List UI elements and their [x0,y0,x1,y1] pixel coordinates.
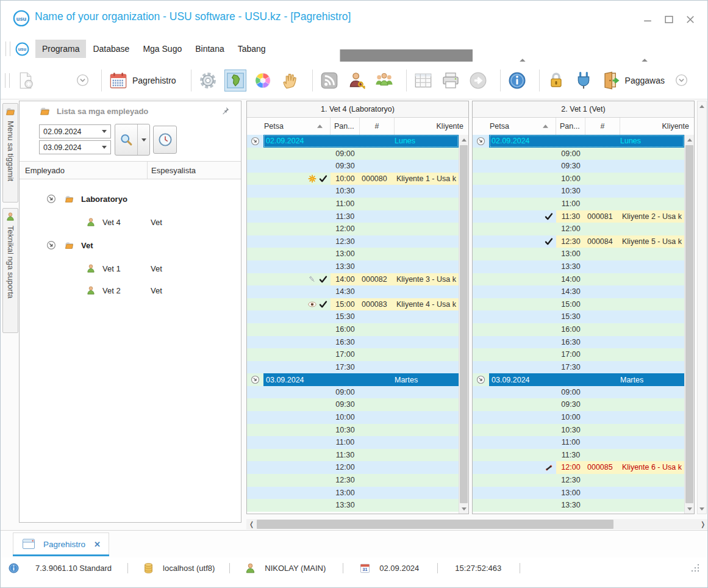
time-slot-row[interactable]: 13:30 [247,260,459,273]
tree-group-row[interactable]: Vet [20,233,241,257]
time-slot-row[interactable]: 17:00 [247,348,459,361]
time-slot-row[interactable]: 14:30 [247,285,459,298]
register-button[interactable]: Pagrehistro [107,70,180,91]
employees-button[interactable] [373,70,395,91]
sidebar-tab-menu-sa-tiggamit[interactable]: Menu sa tiggamit [2,103,18,203]
tab-close-icon[interactable]: ✕ [94,540,101,549]
employee-row[interactable]: Vet 1Vet [20,257,241,279]
time-slot-row[interactable]: 09:00 [473,148,684,160]
column-header-petsa[interactable]: Petsa [247,118,331,135]
user-icon[interactable] [245,562,256,574]
sidebar-tab-teknikal-nga-suporta[interactable]: Teknikal nga suporta [2,208,18,333]
time-slot-row[interactable]: 13:30 [247,499,459,512]
page-vertical-scrollbar[interactable] [697,101,707,514]
expand-circle-icon[interactable] [476,375,485,384]
time-slot-row[interactable]: 13:00 [473,487,684,500]
time-slot-row[interactable]: 17:00 [473,348,684,361]
toolbar-overflow-button[interactable] [674,73,689,88]
scroll-down-icon[interactable] [685,504,694,514]
time-slot-row[interactable]: 13:00 [247,487,459,500]
scroll-up-icon[interactable] [685,135,694,145]
time-slot-row[interactable]: 13:30 [473,260,684,273]
time-slot-row[interactable]: 16:00 [247,323,459,336]
time-slot-row[interactable]: 10:30 [473,424,684,437]
column-header-number[interactable]: # [585,118,620,135]
search-button[interactable] [115,124,150,156]
time-slot-row[interactable]: 17:30 [247,361,459,374]
appointment-row[interactable]: 14:00000082Kliyente 3 - Usa k [247,273,459,286]
time-slot-row[interactable]: 09:00 [247,386,459,399]
employee-row[interactable]: Vet 4Vet [20,211,241,233]
resize-grip-icon[interactable] [690,563,700,573]
appointment-row[interactable]: 10:00000080Kliyente 1 - Usa k [247,173,459,185]
date-row[interactable]: 02.09.2024Lunes [473,135,684,148]
appointment-row[interactable]: 12:00000085Kliyente 6 - Usa k [473,461,684,474]
connection-button[interactable] [573,70,595,91]
time-slot-row[interactable]: 10:00 [473,173,684,185]
time-slot-row[interactable]: 10:30 [473,185,684,198]
scroll-down-icon[interactable] [698,504,706,514]
column-header-petsa[interactable]: Petsa [473,118,556,135]
toolbar-grip2[interactable] [5,73,10,88]
column-header-espesyalista[interactable]: Espesyalista [148,162,241,179]
settings-button[interactable] [197,70,219,91]
map-button[interactable] [224,70,246,91]
time-slot-row[interactable]: 09:00 [247,148,459,160]
time-slot-row[interactable]: 11:00 [247,436,459,449]
date-to-select[interactable]: 03.09.2024 [39,140,111,154]
tree-group-row[interactable]: Laboratoryo [20,187,241,211]
scroll-up-icon[interactable] [698,101,706,111]
time-slot-row[interactable]: 13:30 [473,499,684,512]
news-button[interactable] [318,70,340,91]
horizontal-scroll-thumb[interactable] [257,520,613,529]
new-dropdown-button[interactable] [75,73,90,88]
info-button[interactable] [506,70,528,91]
maximize-icon[interactable] [664,15,674,24]
lock-button[interactable] [545,70,567,91]
time-slot-row[interactable]: 15:00 [473,298,684,311]
forward-button[interactable] [467,70,489,91]
menu-item-programa[interactable]: Programa [35,40,86,58]
time-slot-row[interactable]: 12:30 [473,474,684,487]
calendar-day-icon[interactable]: 31 [359,562,371,574]
time-slot-row[interactable]: 10:30 [247,424,459,437]
time-slot-row[interactable]: 16:30 [247,336,459,349]
employee-row[interactable]: Vet 2Vet [20,279,241,301]
new-document-button[interactable] [15,70,37,91]
time-slot-row[interactable]: 09:30 [247,160,459,173]
scroll-up-icon[interactable] [459,135,468,145]
minimize-icon[interactable] [643,15,653,24]
time-slot-row[interactable]: 15:30 [473,310,684,323]
time-slot-row[interactable]: 15:30 [247,310,459,323]
colors-button[interactable] [252,70,274,91]
column-header-panahon[interactable]: Pan... [556,118,585,135]
time-slot-row[interactable]: 09:30 [473,160,684,173]
time-slot-row[interactable]: 11:30 [473,449,684,462]
date-row[interactable]: 02.09.2024Lunes [247,135,459,148]
time-slot-row[interactable]: 12:30 [247,235,459,248]
time-slot-row[interactable]: 16:00 [473,323,684,336]
toolbar-grip[interactable] [5,41,10,56]
column-header-panahon[interactable]: Pan... [331,118,360,135]
date-row[interactable]: 03.09.2024Martes [247,373,459,386]
panel-vertical-scrollbar[interactable] [459,135,468,514]
search-dropdown-button[interactable] [137,124,149,155]
time-slot-row[interactable]: 09:30 [247,398,459,411]
time-slot-row[interactable]: 10:00 [473,411,684,424]
time-slot-row[interactable]: 12:30 [247,474,459,487]
appointment-row[interactable]: 12:30000084Kliyente 5 - Usa k [473,235,684,248]
panel-vertical-scrollbar[interactable] [684,135,694,514]
time-slot-row[interactable]: 13:00 [473,248,684,260]
schedule-time-button[interactable] [153,126,177,154]
database-icon[interactable] [143,562,154,574]
time-slot-row[interactable]: 17:30 [473,361,684,374]
scroll-down-icon[interactable] [459,504,468,514]
horizontal-scrollbar[interactable]: ❬ ❭ [246,519,708,529]
time-slot-row[interactable]: 12:00 [247,223,459,235]
time-slot-row[interactable]: 11:00 [473,198,684,210]
tab-pagrehistro[interactable]: Pagrehistro ✕ [13,532,109,555]
time-slot-row[interactable]: 10:30 [247,185,459,198]
expand-circle-icon[interactable] [251,375,260,384]
time-slot-row[interactable]: 11:30 [247,449,459,462]
pin-icon[interactable] [221,106,230,115]
